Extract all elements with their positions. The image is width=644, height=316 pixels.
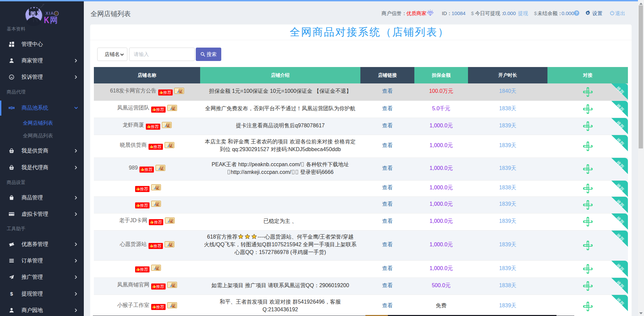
svg-text:DISC●VER: DISC●VER xyxy=(10,214,14,216)
svg-text:网: 网 xyxy=(50,16,58,24)
svg-text:$: $ xyxy=(10,291,13,297)
svg-text:K: K xyxy=(44,15,49,25)
